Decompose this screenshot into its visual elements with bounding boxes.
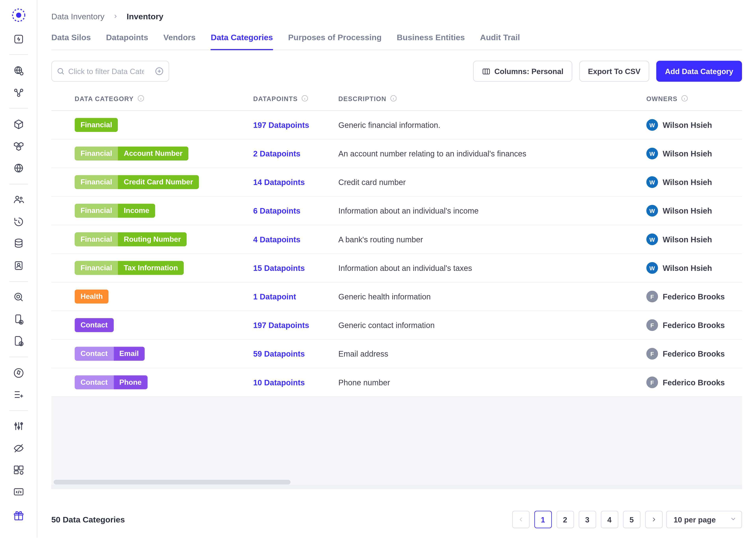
owner-cell[interactable]: WWilson Hsieh	[646, 234, 712, 245]
add-filter-icon[interactable]	[155, 67, 164, 76]
owner-cell[interactable]: FFederico Brooks	[646, 291, 725, 302]
owner-cell[interactable]: WWilson Hsieh	[646, 148, 712, 159]
info-icon[interactable]	[390, 94, 398, 102]
breadcrumb-root[interactable]: Data Inventory	[51, 12, 105, 21]
tab-data-categories[interactable]: Data Categories	[211, 27, 273, 50]
tab-audit-trail[interactable]: Audit Trail	[480, 27, 520, 50]
toolbar: Columns: Personal Export To CSV Add Data…	[51, 50, 742, 90]
category-tag[interactable]: FinancialAccount Number	[74, 146, 188, 161]
tag-child: Income	[118, 204, 155, 218]
avatar: W	[646, 234, 658, 245]
sidebar-item-device-down[interactable]	[8, 309, 29, 329]
sidebar-item-eye-off[interactable]	[8, 439, 29, 458]
owner-name: Wilson Hsieh	[663, 235, 712, 244]
table-row: FinancialRouting Number4 DatapointsA ban…	[51, 225, 742, 254]
sidebar-item-badge[interactable]	[8, 256, 29, 275]
datapoints-link[interactable]: 10 Datapoints	[253, 378, 305, 387]
sidebar-item-globe[interactable]	[8, 158, 29, 178]
pager-page-2[interactable]: 2	[556, 511, 574, 528]
sidebar-item-gift[interactable]	[8, 506, 29, 526]
owner-cell[interactable]: FFederico Brooks	[646, 348, 725, 359]
info-icon[interactable]	[301, 94, 309, 102]
datapoints-link[interactable]: 59 Datapoints	[253, 349, 305, 358]
datapoints-link[interactable]: 6 Datapoints	[253, 206, 301, 215]
owner-cell[interactable]: WWilson Hsieh	[646, 119, 712, 131]
sidebar-item-list-add[interactable]	[8, 385, 29, 404]
sidebar-item-search-config[interactable]	[8, 288, 29, 307]
datapoints-link[interactable]: 15 Datapoints	[253, 264, 305, 272]
tab-data-silos[interactable]: Data Silos	[51, 27, 91, 50]
category-tag[interactable]: Financial	[74, 118, 118, 132]
svg-rect-23	[14, 466, 18, 470]
per-page-select[interactable]: 10 per page	[666, 511, 742, 528]
tab-datapoints[interactable]: Datapoints	[106, 27, 148, 50]
category-tag[interactable]: ContactPhone	[74, 375, 147, 389]
category-tag[interactable]: FinancialIncome	[74, 204, 155, 218]
svg-point-9	[16, 196, 19, 199]
datapoints-link[interactable]: 4 Datapoints	[253, 235, 301, 244]
category-tag[interactable]: Health	[74, 290, 109, 303]
owner-cell[interactable]: WWilson Hsieh	[646, 176, 712, 188]
sidebar-item-doc-down[interactable]	[8, 331, 29, 350]
pager-page-1[interactable]: 1	[534, 511, 552, 528]
col-header-owners[interactable]: Owners	[646, 94, 742, 102]
sidebar-sep	[9, 281, 28, 282]
info-icon[interactable]	[137, 94, 145, 102]
data-table: Data Category Datapoints Description Own…	[51, 90, 742, 503]
sidebar-item-database[interactable]	[8, 234, 29, 253]
columns-label: Columns: Personal	[495, 67, 563, 76]
pager-prev	[512, 511, 530, 528]
tab-purposes-of-processing[interactable]: Purposes of Processing	[288, 27, 382, 50]
datapoints-link[interactable]: 1 Datapoint	[253, 292, 296, 301]
datapoints-link[interactable]: 197 Datapoints	[253, 321, 309, 329]
pagination: 12345	[512, 511, 662, 528]
export-csv-button[interactable]: Export To CSV	[579, 61, 649, 82]
col-header-description[interactable]: Description	[338, 94, 646, 102]
sidebar-item-cube[interactable]	[8, 115, 29, 134]
sidebar-item-globe-gear[interactable]	[8, 61, 29, 81]
sidebar-item-sliders[interactable]	[8, 417, 29, 436]
datapoints-link[interactable]: 197 Datapoints	[253, 121, 309, 129]
tab-vendors[interactable]: Vendors	[164, 27, 196, 50]
sidebar-item-layout[interactable]	[8, 460, 29, 480]
avatar: F	[646, 291, 658, 302]
tag-child: Phone	[114, 375, 147, 389]
tab-business-entities[interactable]: Business Entities	[397, 27, 465, 50]
sidebar-item-history[interactable]	[8, 212, 29, 232]
category-tag[interactable]: ContactEmail	[74, 347, 145, 361]
col-header-category[interactable]: Data Category	[74, 94, 253, 102]
filter-input[interactable]	[68, 67, 144, 76]
sidebar-item-compass[interactable]	[8, 363, 29, 382]
pager-page-4[interactable]: 4	[601, 511, 618, 528]
sidebar-item-cubes[interactable]	[8, 136, 29, 156]
sidebar-item-users[interactable]	[8, 190, 29, 210]
sidebar-item-action[interactable]	[8, 29, 29, 49]
search-icon	[57, 67, 65, 75]
owner-cell[interactable]: FFederico Brooks	[646, 319, 725, 331]
horizontal-scrollbar[interactable]	[54, 480, 291, 485]
table-row: FinancialCredit Card Number14 Datapoints…	[51, 168, 742, 196]
add-data-category-button[interactable]: Add Data Category	[656, 61, 742, 82]
owner-cell[interactable]: WWilson Hsieh	[646, 262, 712, 274]
info-icon[interactable]	[681, 94, 689, 102]
sidebar-item-code[interactable]	[8, 482, 29, 502]
pager-page-3[interactable]: 3	[579, 511, 596, 528]
columns-button[interactable]: Columns: Personal	[473, 61, 572, 82]
category-tag[interactable]: FinancialTax Information	[74, 261, 184, 275]
sidebar-item-nodes[interactable]	[8, 83, 29, 102]
col-header-datapoints[interactable]: Datapoints	[253, 94, 338, 102]
category-tag[interactable]: FinancialRouting Number	[74, 232, 187, 246]
pager-page-5[interactable]: 5	[623, 511, 640, 528]
svg-rect-24	[19, 466, 23, 470]
category-tag[interactable]: FinancialCredit Card Number	[74, 175, 199, 189]
description-cell: Credit card number	[338, 178, 646, 187]
owner-cell[interactable]: WWilson Hsieh	[646, 205, 712, 217]
filter-input-wrap[interactable]	[51, 61, 169, 82]
owner-name: Federico Brooks	[663, 349, 725, 358]
datapoints-link[interactable]: 2 Datapoints	[253, 149, 301, 158]
category-tag[interactable]: Contact	[74, 318, 114, 332]
owner-cell[interactable]: FFederico Brooks	[646, 376, 725, 388]
pager-next[interactable]	[645, 511, 662, 528]
result-count: 50 Data Categories	[51, 515, 125, 524]
datapoints-link[interactable]: 14 Datapoints	[253, 178, 305, 187]
